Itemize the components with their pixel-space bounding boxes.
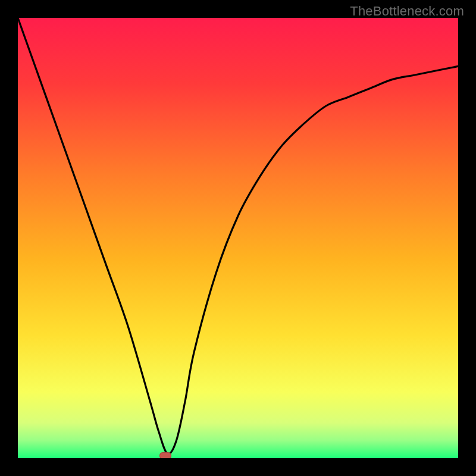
optimal-point-marker (159, 452, 171, 458)
plot-area (18, 18, 458, 458)
watermark-text: TheBottleneck.com (350, 4, 464, 19)
bottleneck-curve (18, 18, 458, 458)
chart-frame: TheBottleneck.com (0, 0, 476, 476)
